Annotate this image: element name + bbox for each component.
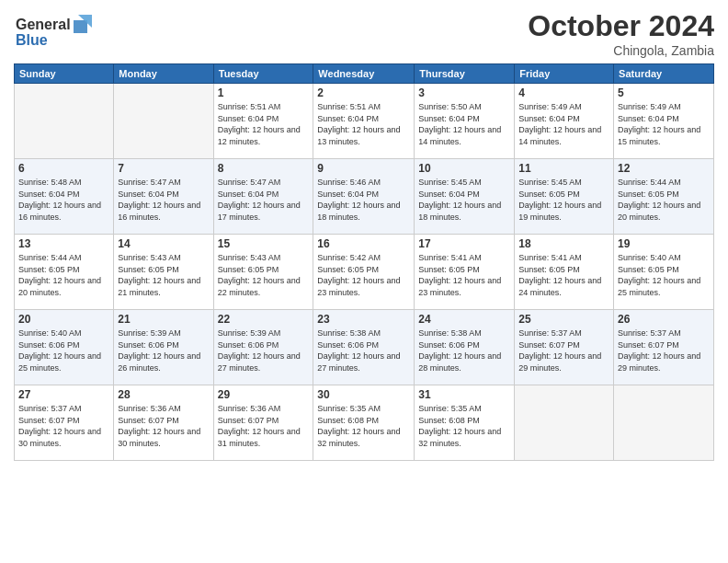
- col-tuesday: Tuesday: [213, 64, 313, 84]
- week-row-0: 1Sunrise: 5:51 AM Sunset: 6:04 PM Daylig…: [15, 84, 714, 159]
- day-detail: Sunrise: 5:49 AM Sunset: 6:04 PM Dayligh…: [518, 101, 609, 147]
- day-cell-4-5: [515, 385, 614, 461]
- day-number: 29: [218, 388, 310, 401]
- day-cell-3-3: 23Sunrise: 5:38 AM Sunset: 6:06 PM Dayli…: [313, 310, 415, 385]
- day-cell-2-1: 14Sunrise: 5:43 AM Sunset: 6:05 PM Dayli…: [114, 235, 213, 310]
- day-detail: Sunrise: 5:51 AM Sunset: 6:04 PM Dayligh…: [317, 101, 410, 147]
- day-number: 13: [18, 237, 109, 250]
- logo-svg: General Blue: [14, 13, 97, 52]
- day-number: 3: [418, 86, 510, 99]
- day-cell-0-1: [114, 84, 213, 159]
- day-cell-4-2: 29Sunrise: 5:36 AM Sunset: 6:07 PM Dayli…: [213, 385, 313, 461]
- day-number: 7: [118, 162, 209, 175]
- month-title: October 2024: [528, 9, 714, 43]
- day-cell-4-6: [614, 385, 714, 461]
- day-cell-3-5: 25Sunrise: 5:37 AM Sunset: 6:07 PM Dayli…: [515, 310, 614, 385]
- day-detail: Sunrise: 5:40 AM Sunset: 6:06 PM Dayligh…: [18, 327, 109, 373]
- day-cell-3-0: 20Sunrise: 5:40 AM Sunset: 6:06 PM Dayli…: [15, 310, 114, 385]
- day-cell-2-5: 18Sunrise: 5:41 AM Sunset: 6:05 PM Dayli…: [515, 235, 614, 310]
- day-number: 18: [518, 237, 609, 250]
- day-number: 30: [317, 388, 410, 401]
- day-detail: Sunrise: 5:49 AM Sunset: 6:04 PM Dayligh…: [618, 101, 710, 147]
- day-number: 19: [618, 237, 710, 250]
- col-wednesday: Wednesday: [313, 64, 415, 84]
- day-number: 26: [618, 313, 710, 326]
- day-number: 24: [418, 313, 510, 326]
- day-detail: Sunrise: 5:47 AM Sunset: 6:04 PM Dayligh…: [218, 177, 310, 223]
- day-number: 21: [118, 313, 209, 326]
- svg-marker-2: [74, 20, 87, 33]
- day-number: 27: [18, 388, 109, 401]
- col-sunday: Sunday: [15, 64, 114, 84]
- day-detail: Sunrise: 5:39 AM Sunset: 6:06 PM Dayligh…: [218, 327, 310, 373]
- day-number: 6: [18, 162, 109, 175]
- day-detail: Sunrise: 5:44 AM Sunset: 6:05 PM Dayligh…: [18, 252, 109, 298]
- day-detail: Sunrise: 5:37 AM Sunset: 6:07 PM Dayligh…: [618, 327, 710, 373]
- day-cell-4-3: 30Sunrise: 5:35 AM Sunset: 6:08 PM Dayli…: [313, 385, 415, 461]
- svg-text:Blue: Blue: [16, 32, 48, 48]
- page-container: General Blue October 2024 Chingola, Zamb…: [0, 0, 728, 563]
- day-number: 9: [317, 162, 410, 175]
- day-number: 5: [618, 86, 710, 99]
- day-cell-1-0: 6Sunrise: 5:48 AM Sunset: 6:04 PM Daylig…: [15, 159, 114, 235]
- title-block: October 2024 Chingola, Zambia: [528, 9, 714, 58]
- day-cell-3-2: 22Sunrise: 5:39 AM Sunset: 6:06 PM Dayli…: [213, 310, 313, 385]
- day-number: 28: [118, 388, 209, 401]
- day-cell-2-4: 17Sunrise: 5:41 AM Sunset: 6:05 PM Dayli…: [415, 235, 515, 310]
- day-cell-1-6: 12Sunrise: 5:44 AM Sunset: 6:05 PM Dayli…: [614, 159, 714, 235]
- day-detail: Sunrise: 5:44 AM Sunset: 6:05 PM Dayligh…: [618, 177, 710, 223]
- day-cell-3-6: 26Sunrise: 5:37 AM Sunset: 6:07 PM Dayli…: [614, 310, 714, 385]
- day-detail: Sunrise: 5:50 AM Sunset: 6:04 PM Dayligh…: [418, 101, 510, 147]
- day-cell-0-4: 3Sunrise: 5:50 AM Sunset: 6:04 PM Daylig…: [415, 84, 515, 159]
- day-cell-0-3: 2Sunrise: 5:51 AM Sunset: 6:04 PM Daylig…: [313, 84, 415, 159]
- day-number: 23: [317, 313, 410, 326]
- col-thursday: Thursday: [415, 64, 515, 84]
- day-detail: Sunrise: 5:39 AM Sunset: 6:06 PM Dayligh…: [118, 327, 209, 373]
- day-detail: Sunrise: 5:43 AM Sunset: 6:05 PM Dayligh…: [218, 252, 310, 298]
- day-detail: Sunrise: 5:41 AM Sunset: 6:05 PM Dayligh…: [518, 252, 609, 298]
- day-number: 14: [118, 237, 209, 250]
- col-saturday: Saturday: [614, 64, 714, 84]
- day-number: 15: [218, 237, 310, 250]
- day-detail: Sunrise: 5:45 AM Sunset: 6:05 PM Dayligh…: [518, 177, 609, 223]
- day-detail: Sunrise: 5:48 AM Sunset: 6:04 PM Dayligh…: [18, 177, 109, 223]
- day-cell-1-1: 7Sunrise: 5:47 AM Sunset: 6:04 PM Daylig…: [114, 159, 213, 235]
- day-cell-0-6: 5Sunrise: 5:49 AM Sunset: 6:04 PM Daylig…: [614, 84, 714, 159]
- day-detail: Sunrise: 5:51 AM Sunset: 6:04 PM Dayligh…: [218, 101, 310, 147]
- header: General Blue October 2024 Chingola, Zamb…: [14, 9, 714, 58]
- day-cell-3-4: 24Sunrise: 5:38 AM Sunset: 6:06 PM Dayli…: [415, 310, 515, 385]
- day-number: 25: [518, 313, 609, 326]
- day-cell-4-1: 28Sunrise: 5:36 AM Sunset: 6:07 PM Dayli…: [114, 385, 213, 461]
- calendar-table: Sunday Monday Tuesday Wednesday Thursday…: [14, 63, 714, 461]
- day-detail: Sunrise: 5:36 AM Sunset: 6:07 PM Dayligh…: [218, 403, 310, 449]
- day-number: 1: [218, 86, 310, 99]
- day-detail: Sunrise: 5:47 AM Sunset: 6:04 PM Dayligh…: [118, 177, 209, 223]
- day-detail: Sunrise: 5:45 AM Sunset: 6:04 PM Dayligh…: [418, 177, 510, 223]
- week-row-3: 20Sunrise: 5:40 AM Sunset: 6:06 PM Dayli…: [15, 310, 714, 385]
- logo-content: General Blue: [14, 13, 97, 55]
- day-detail: Sunrise: 5:46 AM Sunset: 6:04 PM Dayligh…: [317, 177, 410, 223]
- day-detail: Sunrise: 5:38 AM Sunset: 6:06 PM Dayligh…: [317, 327, 410, 373]
- day-detail: Sunrise: 5:36 AM Sunset: 6:07 PM Dayligh…: [118, 403, 209, 449]
- day-detail: Sunrise: 5:37 AM Sunset: 6:07 PM Dayligh…: [518, 327, 609, 373]
- location: Chingola, Zambia: [528, 43, 714, 58]
- day-number: 10: [418, 162, 510, 175]
- day-cell-1-2: 8Sunrise: 5:47 AM Sunset: 6:04 PM Daylig…: [213, 159, 313, 235]
- day-cell-2-2: 15Sunrise: 5:43 AM Sunset: 6:05 PM Dayli…: [213, 235, 313, 310]
- header-row: Sunday Monday Tuesday Wednesday Thursday…: [15, 64, 714, 84]
- day-number: 12: [618, 162, 710, 175]
- day-number: 31: [418, 388, 510, 401]
- day-detail: Sunrise: 5:40 AM Sunset: 6:05 PM Dayligh…: [618, 252, 710, 298]
- day-detail: Sunrise: 5:42 AM Sunset: 6:05 PM Dayligh…: [317, 252, 410, 298]
- day-cell-0-0: [15, 84, 114, 159]
- week-row-1: 6Sunrise: 5:48 AM Sunset: 6:04 PM Daylig…: [15, 159, 714, 235]
- week-row-4: 27Sunrise: 5:37 AM Sunset: 6:07 PM Dayli…: [15, 385, 714, 461]
- svg-text:General: General: [16, 17, 71, 32]
- day-cell-3-1: 21Sunrise: 5:39 AM Sunset: 6:06 PM Dayli…: [114, 310, 213, 385]
- col-monday: Monday: [114, 64, 213, 84]
- day-detail: Sunrise: 5:35 AM Sunset: 6:08 PM Dayligh…: [317, 403, 410, 449]
- day-cell-2-0: 13Sunrise: 5:44 AM Sunset: 6:05 PM Dayli…: [15, 235, 114, 310]
- day-detail: Sunrise: 5:38 AM Sunset: 6:06 PM Dayligh…: [418, 327, 510, 373]
- day-cell-0-2: 1Sunrise: 5:51 AM Sunset: 6:04 PM Daylig…: [213, 84, 313, 159]
- day-number: 16: [317, 237, 410, 250]
